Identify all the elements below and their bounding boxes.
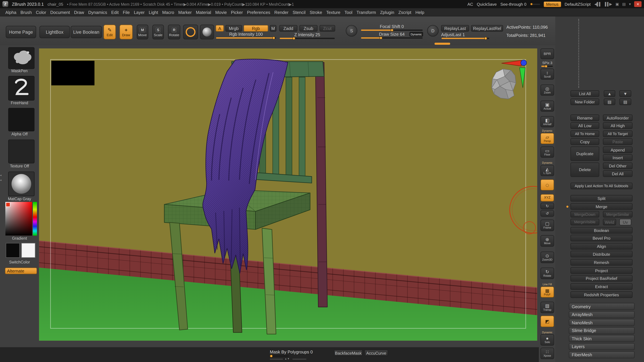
panel-divider[interactable] xyxy=(578,19,579,88)
bevel-pro-button[interactable]: Bevel Pro xyxy=(570,235,632,241)
stroke-type-button[interactable] xyxy=(183,25,198,39)
palette-section-header[interactable]: Slime Bridge xyxy=(569,327,634,334)
palette-section-header[interactable]: FiberMesh xyxy=(569,351,634,358)
draw-size-slider[interactable]: Draw Size 64 Dynamic xyxy=(360,32,423,38)
quicksave-button[interactable]: QuickSave xyxy=(477,2,496,6)
texture-off-thumb[interactable] xyxy=(8,140,34,163)
alpha-off-thumb[interactable] xyxy=(8,108,34,131)
actual-button[interactable]: ▣Actual xyxy=(540,100,554,112)
mrgb-button[interactable]: Mrgb xyxy=(226,25,242,31)
menu-item[interactable]: Stencil xyxy=(290,10,308,14)
merge-down-button[interactable]: MergeDown xyxy=(570,211,599,218)
rgb-button[interactable]: Rgb xyxy=(244,25,268,31)
boolean-button[interactable]: Boolean xyxy=(570,227,632,233)
move-out-folder-button[interactable]: ▤ xyxy=(619,98,631,105)
project-button[interactable]: Project xyxy=(570,267,632,274)
spix-label[interactable]: SPix 3 xyxy=(539,61,556,65)
close-button[interactable]: × xyxy=(634,1,642,7)
floor-button[interactable]: ▭Floor xyxy=(540,146,554,158)
zoom3d-button[interactable]: ⊙Zoom3D xyxy=(540,252,554,263)
menu-item[interactable]: Help xyxy=(414,10,426,14)
menu-item[interactable]: Dynamics xyxy=(86,10,109,14)
palette-section-header[interactable]: Geometry xyxy=(569,303,634,310)
collapse-icon[interactable]: ▾ xyxy=(629,2,630,6)
rotate-button[interactable]: R Rotate xyxy=(168,25,180,39)
nudge-arrows[interactable]: ▲▼ xyxy=(284,358,290,360)
project-basrelief-button[interactable]: Project BasRelief xyxy=(570,275,632,282)
sculptris-s-button[interactable]: S xyxy=(346,25,358,36)
move-to-folder-button[interactable]: ▤ xyxy=(604,98,615,105)
remesh-button[interactable]: Remesh xyxy=(570,259,632,266)
insert-button[interactable]: Insert xyxy=(603,154,632,161)
xpose-button[interactable]: ∷Xpose xyxy=(540,348,554,359)
menu-item[interactable]: Macro xyxy=(160,10,176,14)
all-to-home-button[interactable]: All To Home xyxy=(570,131,599,137)
scroll-button[interactable]: ↕Scroll xyxy=(540,68,554,80)
all-high-button[interactable]: All High xyxy=(603,122,632,129)
shelf-splitter-icon[interactable]: ◂ xyxy=(0,174,3,177)
saturation-square[interactable] xyxy=(5,202,32,236)
list-all-button[interactable]: List All xyxy=(570,90,599,97)
mini-track-left[interactable] xyxy=(270,359,283,360)
mask-by-polygroups-slider[interactable] xyxy=(270,356,289,357)
merge-button[interactable]: Merge xyxy=(570,203,632,210)
orbit-cw-button[interactable]: ↻ xyxy=(540,203,554,209)
axis-z-dot[interactable] xyxy=(521,60,526,66)
orbit-ccw-button[interactable]: ↺ xyxy=(540,210,554,217)
palette-section-header[interactable]: Thick Skin xyxy=(569,335,634,342)
menus-toggle[interactable]: Menus xyxy=(544,1,561,7)
menu-item[interactable]: Draw xyxy=(72,10,86,14)
secondary-color-swatch[interactable] xyxy=(21,243,35,258)
edit-button[interactable]: ✎ Edit xyxy=(104,25,116,39)
rgb-intensity-slider[interactable]: Rgb Intensity 100 xyxy=(216,32,276,38)
dynamic-chip[interactable]: Dynamic xyxy=(410,32,423,36)
menu-item[interactable]: Zplugin xyxy=(378,10,396,14)
menu-item[interactable]: Light xyxy=(147,10,160,14)
all-to-target-button[interactable]: All To Target xyxy=(603,131,632,137)
scale-button[interactable]: S Scale xyxy=(152,25,164,39)
uv-button[interactable]: Uv xyxy=(619,219,631,225)
default-zscript-button[interactable]: DefaultZScript xyxy=(565,2,591,6)
menu-item[interactable]: Texture xyxy=(324,10,342,14)
panel-scroll-left-icon[interactable]: ◀▌▌ xyxy=(594,2,601,6)
menu-item[interactable]: Layer xyxy=(132,10,147,14)
solo-button[interactable]: ●Solo xyxy=(540,334,554,346)
redshift-properties-button[interactable]: Redshift Properties xyxy=(570,292,632,298)
dynamic-d-button[interactable]: D xyxy=(427,25,439,36)
merge-visible-button[interactable]: MergeVisible xyxy=(570,219,599,225)
focal-shift-slider[interactable]: Focal Shift 0 xyxy=(360,24,423,31)
lightbox-button[interactable]: LightBox xyxy=(40,26,70,38)
backface-mask-button[interactable]: BackfaceMask xyxy=(334,350,362,356)
accucurve-button[interactable]: AccuCurve xyxy=(364,350,388,356)
lasso-button[interactable]: ◌ xyxy=(540,179,554,190)
adjust-last-slider[interactable]: AdjustLast 1 xyxy=(441,32,490,39)
panel-scroll-right-icon[interactable]: ▌▌▶ xyxy=(605,2,612,6)
menu-item[interactable]: Marker xyxy=(176,10,194,14)
ac-button[interactable]: AC xyxy=(468,2,473,6)
layout-a-icon[interactable]: ▣ xyxy=(616,2,618,6)
menu-item[interactable]: Document xyxy=(48,10,72,14)
subtool-down-button[interactable]: ▼ xyxy=(619,90,631,97)
layout-b-icon[interactable]: ▤ xyxy=(622,2,625,6)
menu-item[interactable]: Zscript xyxy=(396,10,414,14)
merge-similar-button[interactable]: MergeSimilar xyxy=(603,211,632,218)
menu-item[interactable]: Alpha xyxy=(3,10,18,14)
bpr-button[interactable]: BPR xyxy=(540,48,554,59)
append-button[interactable]: Append xyxy=(603,146,632,153)
palette-section-header[interactable]: ArrayMesh xyxy=(569,311,634,318)
brush-maskpen-thumb[interactable] xyxy=(8,47,34,69)
palette-section-header[interactable]: NanoMesh xyxy=(569,319,634,326)
viewport-canvas[interactable] xyxy=(39,48,537,341)
align-button[interactable]: Align xyxy=(570,243,632,250)
z-intensity-slider[interactable]: Z Intensity 25 xyxy=(279,32,335,39)
del-other-button[interactable]: Del Other xyxy=(603,163,632,169)
a-button[interactable]: A xyxy=(216,25,224,31)
polyframe-button[interactable]: ▦PolyF xyxy=(540,286,554,298)
see-through-track[interactable] xyxy=(530,3,540,5)
material-preview-button[interactable] xyxy=(200,25,214,39)
move-button[interactable]: M Move xyxy=(137,25,148,39)
palette-section-header[interactable]: Layers xyxy=(569,343,634,350)
move-view-button[interactable]: ⊕Move xyxy=(540,235,554,247)
zsub-button[interactable]: Zsub xyxy=(299,25,318,31)
local-symmetry-button[interactable]: ◭L.Sym xyxy=(540,165,554,176)
